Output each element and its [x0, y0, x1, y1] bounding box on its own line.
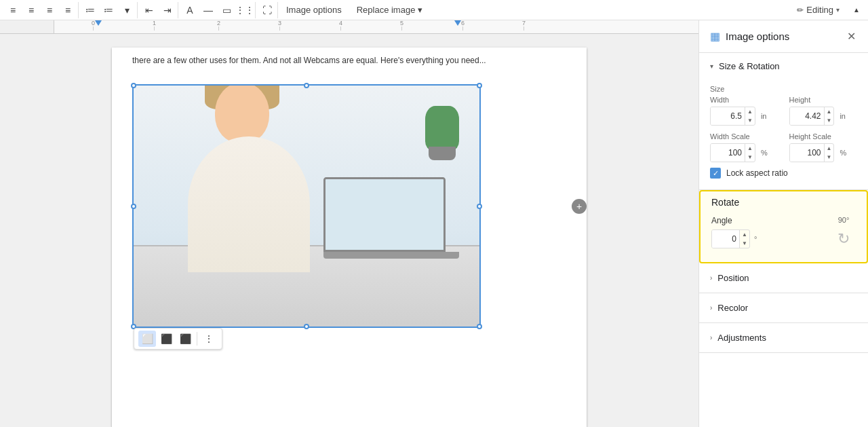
width-height-row: Width ▲ ▼ in [710, 96, 857, 126]
width-scale-input[interactable] [711, 144, 745, 162]
rotate-90-button[interactable]: ↻ [831, 227, 856, 251]
width-down-button[interactable]: ▼ [745, 116, 755, 125]
width-scale-field-row: ▲ ▼ % [710, 143, 778, 162]
text-wrap-button[interactable]: ⬛ [157, 331, 175, 347]
angle-down-button[interactable]: ▼ [740, 239, 749, 248]
align-justify-btn[interactable]: ≡ [59, 2, 77, 18]
more-options-button[interactable]: ⋮ [200, 331, 218, 347]
replace-image-button[interactable]: Replace image ▾ [350, 2, 430, 18]
editing-mode-button[interactable]: ✏ Editing ▾ [790, 2, 846, 18]
pencil-icon: ✏ [797, 5, 804, 15]
angle-input[interactable] [712, 230, 739, 248]
image-options-button[interactable]: Image options [279, 2, 349, 18]
angle-input-group: ▲ ▼ [711, 229, 750, 248]
angle-unit: ° [754, 235, 757, 243]
width-input-group: ▲ ▼ [710, 107, 755, 126]
canvas-area: there are a few other uses for them. And… [0, 34, 698, 427]
rotate-right: 90° ↻ [831, 216, 856, 251]
bullet-list-btn[interactable]: ≔ [100, 2, 117, 18]
width-unit: in [761, 112, 767, 120]
toolbar-group-misc: A — ▭ ⋮⋮ [180, 2, 256, 18]
width-scale-input-group: ▲ ▼ [710, 143, 755, 162]
height-scale-down-button[interactable]: ▼ [825, 153, 834, 162]
align-center-btn[interactable]: ≡ [22, 2, 40, 18]
selected-image[interactable] [134, 86, 479, 327]
indent-decrease-btn[interactable]: ⇤ [140, 2, 158, 18]
main-toolbar: ≡ ≡ ≡ ≡ ≔ ≔ ▾ ⇤ ⇥ A — ▭ ⋮⋮ ⛶ Image optio… [0, 0, 868, 20]
height-field-row: ▲ ▼ in [789, 107, 858, 126]
color-btn[interactable]: — [199, 2, 217, 18]
height-down-button[interactable]: ▼ [825, 116, 834, 125]
height-up-button[interactable]: ▲ [825, 107, 834, 116]
indent-increase-btn[interactable]: ⇥ [159, 2, 176, 18]
height-col: Height ▲ ▼ in [789, 96, 858, 126]
image-options-label: Image options [286, 5, 342, 15]
handle-bottom-right[interactable] [477, 324, 482, 329]
align-left-btn[interactable]: ≡ [4, 2, 22, 18]
position-section: › Position [699, 263, 868, 293]
add-content-button[interactable]: + [572, 199, 587, 214]
width-spinner: ▲ ▼ [745, 107, 755, 125]
adjustments-label: Adjustments [717, 333, 766, 343]
ruler-marker-right [454, 20, 461, 27]
scale-row: Width Scale ▲ ▼ % [710, 132, 857, 162]
size-rotation-chevron: ▾ [710, 62, 713, 70]
adjustments-header[interactable]: › Adjustments [699, 323, 868, 352]
ruler-tick-0: 0 [92, 20, 95, 31]
border-btn[interactable]: ▭ [218, 2, 235, 18]
position-header[interactable]: › Position [699, 263, 868, 293]
handle-bottom-center[interactable] [304, 324, 309, 329]
ruler-tick-3: 3 [278, 20, 281, 31]
handle-top-center[interactable] [304, 83, 309, 88]
width-input[interactable] [711, 107, 745, 125]
plant-pot [429, 147, 456, 160]
width-scale-down-button[interactable]: ▼ [745, 153, 755, 162]
rotate-row: Angle ▲ ▼ ° [711, 216, 856, 251]
size-label: Size [710, 85, 857, 93]
rotate-cw-icon: ↻ [837, 230, 850, 248]
width-up-button[interactable]: ▲ [745, 107, 755, 116]
height-input-group: ▲ ▼ [789, 107, 835, 126]
adjustments-chevron: › [710, 334, 712, 341]
angle-spinner: ▲ ▼ [739, 230, 749, 248]
collapse-btn[interactable]: ▲ [848, 2, 865, 18]
crop-btn[interactable]: ⛶ [258, 2, 276, 18]
handle-top-right[interactable] [477, 83, 482, 88]
height-scale-up-button[interactable]: ▲ [825, 144, 834, 153]
height-scale-spinner: ▲ ▼ [824, 144, 834, 162]
ruler-tick-6: 6 [461, 20, 465, 31]
lock-aspect-label: Lock aspect ratio [726, 168, 788, 178]
image-wrapper[interactable]: ⬜ ⬛ ⬛ ⋮ [132, 84, 481, 328]
lock-aspect-checkbox[interactable]: ✓ [710, 168, 721, 179]
laptop-figure [323, 177, 459, 265]
inline-wrap-button[interactable]: ⬜ [138, 331, 156, 347]
image-scene [134, 86, 479, 327]
ordered-list-btn[interactable]: ≔ [81, 2, 99, 18]
panel-close-button[interactable]: ✕ [846, 29, 857, 44]
highlight-btn[interactable]: A [181, 2, 199, 18]
height-input[interactable] [790, 107, 824, 125]
recolor-chevron: › [710, 304, 712, 312]
image-container: ⬜ ⬛ ⬛ ⋮ + [132, 84, 566, 329]
angle-up-button[interactable]: ▲ [740, 230, 749, 239]
rotate-content: Rotate Angle ▲ ▼ ° [701, 191, 867, 262]
toolbar-group-align: ≡ ≡ ≡ ≡ [3, 2, 79, 18]
size-rotation-header[interactable]: ▾ Size & Rotation [699, 53, 868, 79]
handle-middle-right[interactable] [477, 204, 482, 209]
recolor-header[interactable]: › Recolor [699, 293, 868, 322]
width-scale-label: Width Scale [710, 132, 778, 141]
handle-middle-left[interactable] [131, 204, 136, 209]
handle-top-left[interactable] [131, 83, 136, 88]
laptop-screen [323, 177, 446, 252]
editing-label: Editing [806, 5, 833, 15]
width-scale-up-button[interactable]: ▲ [745, 144, 755, 153]
main-area: 0 1 2 3 4 5 6 [0, 20, 868, 427]
ruler-tick-2: 2 [217, 20, 220, 31]
panel-header-left: ▦ Image options [710, 30, 789, 43]
break-text-button[interactable]: ⬛ [176, 331, 194, 347]
columns-btn[interactable]: ⋮⋮ [236, 2, 254, 18]
height-scale-input[interactable] [790, 144, 824, 162]
angle-label: Angle [711, 216, 757, 225]
align-right-btn[interactable]: ≡ [41, 2, 58, 18]
list-dropdown-btn[interactable]: ▾ [118, 2, 136, 18]
